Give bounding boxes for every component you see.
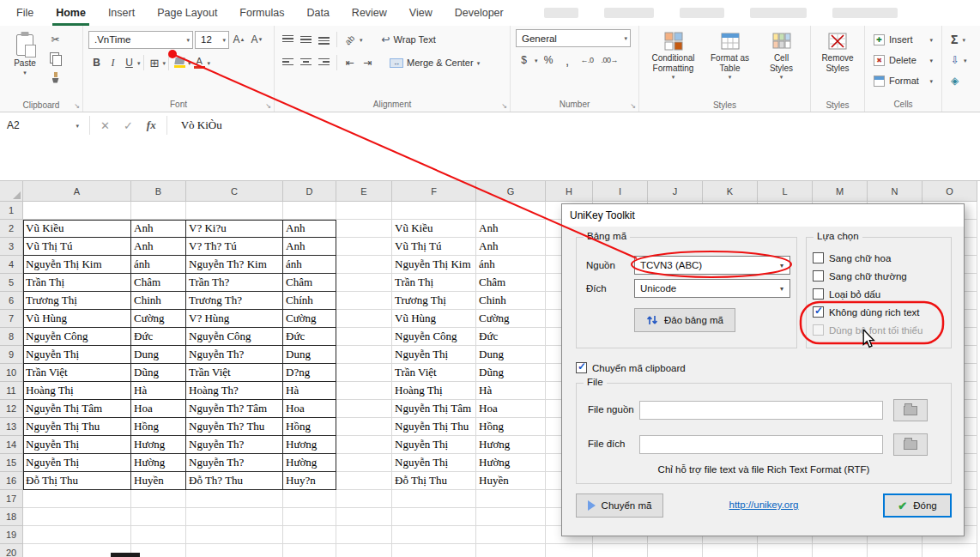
row-header-2[interactable]: 2 xyxy=(0,220,23,238)
underline-caret[interactable] xyxy=(137,60,141,66)
cell-C7[interactable]: V? Hùng xyxy=(186,310,283,328)
cell-E4[interactable] xyxy=(336,256,392,274)
formula-input[interactable]: Vò KiÒu xyxy=(171,118,222,132)
cell-A3[interactable]: Vũ Thị Tú xyxy=(23,238,131,256)
row-header-12[interactable]: 12 xyxy=(0,400,23,418)
row-header-5[interactable]: 5 xyxy=(0,274,23,292)
autosum-caret[interactable] xyxy=(962,37,965,43)
ribbon-tab-review[interactable]: Review xyxy=(341,0,398,26)
row-header-16[interactable]: 16 xyxy=(0,472,23,490)
cell-A11[interactable]: Hoàng Thị xyxy=(23,382,131,400)
cell-F16[interactable]: Đỗ Thị Thu xyxy=(392,472,476,490)
browse-dest-button[interactable] xyxy=(893,433,928,456)
cell-C18[interactable] xyxy=(186,508,283,526)
ribbon-tab-data[interactable]: Data xyxy=(295,0,340,26)
cell-F20[interactable] xyxy=(392,544,476,557)
font-size-combo[interactable]: 12 xyxy=(195,31,229,49)
cell-C15[interactable]: Nguyễn Th? xyxy=(186,454,283,472)
cell-F11[interactable]: Hoàng Thị xyxy=(392,382,476,400)
cell-A10[interactable]: Trần Việt xyxy=(23,364,131,382)
checkbox-box[interactable] xyxy=(813,288,824,300)
cell-D8[interactable]: Đức xyxy=(283,328,336,346)
cell-G18[interactable] xyxy=(476,508,546,526)
conditional-formatting-button[interactable]: Conditional Formatting xyxy=(647,29,700,98)
cell-D17[interactable] xyxy=(283,490,336,508)
cell-F6[interactable]: Trương Thị xyxy=(392,292,476,310)
cell-F13[interactable]: Nguyễn Thị Thu xyxy=(392,418,476,436)
cell-B7[interactable]: Cường xyxy=(131,310,186,328)
row-header-14[interactable]: 14 xyxy=(0,436,23,454)
alignment-dialog-launcher[interactable] xyxy=(501,103,507,110)
cell-B15[interactable]: Hường xyxy=(131,454,186,472)
cell-F4[interactable]: Nguyễn Thị Kim xyxy=(392,256,476,274)
orientation-button[interactable] xyxy=(342,32,358,47)
checkbox-box[interactable] xyxy=(813,270,824,282)
cell-D14[interactable]: Hương xyxy=(283,436,336,454)
cell-E19[interactable] xyxy=(336,526,392,544)
align-left-button[interactable] xyxy=(280,55,296,70)
cell-E7[interactable] xyxy=(336,310,392,328)
cell-B14[interactable]: Hương xyxy=(131,436,186,454)
cell-F7[interactable]: Vũ Hùng xyxy=(392,310,476,328)
cell-C20[interactable] xyxy=(186,544,283,557)
file-dest-input[interactable] xyxy=(639,435,883,454)
align-right-button[interactable] xyxy=(316,55,332,70)
ribbon-tab-formulas[interactable]: Formulas xyxy=(228,0,295,26)
cell-B8[interactable]: Đức xyxy=(131,328,186,346)
row-header-17[interactable]: 17 xyxy=(0,490,23,508)
cell-A4[interactable]: Nguyễn Thị Kim xyxy=(23,256,131,274)
format-cells-caret[interactable] xyxy=(929,78,933,84)
row-header-18[interactable]: 18 xyxy=(0,508,23,526)
cell-E5[interactable] xyxy=(336,274,392,292)
increase-indent-button[interactable] xyxy=(360,55,376,70)
ribbon-tab-page-layout[interactable]: Page Layout xyxy=(146,0,228,26)
cell-F1[interactable] xyxy=(392,202,476,220)
name-box-caret[interactable] xyxy=(76,123,79,129)
cell-F18[interactable] xyxy=(392,508,476,526)
convert-button[interactable]: Chuyển mã xyxy=(576,493,663,518)
cell-D20[interactable] xyxy=(283,544,336,557)
cell-F19[interactable] xyxy=(392,526,476,544)
cell-G16[interactable]: Huyền xyxy=(476,472,546,490)
cell-D2[interactable]: Anh xyxy=(283,220,336,238)
column-header-g[interactable]: G xyxy=(476,181,546,202)
cell-D9[interactable]: Dung xyxy=(283,346,336,364)
cell-B4[interactable]: ánh xyxy=(131,256,186,274)
clipboard-convert-checkbox[interactable]: Chuyển mã clipboard xyxy=(576,362,686,373)
column-header-b[interactable]: B xyxy=(131,181,186,202)
ribbon-tab-developer[interactable]: Developer xyxy=(444,0,515,26)
unikey-website-link[interactable]: http://unikey.org xyxy=(674,499,854,510)
cell-E15[interactable] xyxy=(336,454,392,472)
cell-B2[interactable]: Anh xyxy=(131,220,186,238)
cell-F9[interactable]: Nguyễn Thị xyxy=(392,346,476,364)
cell-G4[interactable]: ánh xyxy=(476,256,546,274)
cell-C11[interactable]: Hoàng Th? xyxy=(186,382,283,400)
cell-C8[interactable]: Nguyễn Công xyxy=(186,328,283,346)
row-header-19[interactable]: 19 xyxy=(0,526,23,544)
column-header-h[interactable]: H xyxy=(546,181,593,202)
cell-C4[interactable]: Nguyễn Th? Kim xyxy=(186,256,283,274)
percent-style-button[interactable]: % xyxy=(541,52,557,68)
cell-A7[interactable]: Vũ Hùng xyxy=(23,310,131,328)
align-middle-button[interactable] xyxy=(298,32,314,47)
column-header-l[interactable]: L xyxy=(758,181,813,202)
cell-E10[interactable] xyxy=(336,364,392,382)
row-header-20[interactable]: 20 xyxy=(0,544,23,557)
clipboard-dialog-launcher[interactable] xyxy=(74,103,80,110)
insert-function-icon[interactable]: fx xyxy=(140,118,163,132)
increase-decimal-button[interactable]: ←.0 xyxy=(578,52,596,68)
font-name-caret[interactable] xyxy=(184,37,190,43)
cell-B1[interactable] xyxy=(131,202,186,220)
cell-C13[interactable]: Nguyễn Th? Thu xyxy=(186,418,283,436)
decrease-indent-button[interactable] xyxy=(342,55,358,70)
select-all-corner[interactable] xyxy=(0,181,23,202)
increase-font-size-button[interactable]: A▲ xyxy=(231,32,247,47)
row-header-15[interactable]: 15 xyxy=(0,454,23,472)
cell-A17[interactable] xyxy=(23,490,131,508)
comma-style-button[interactable]: , xyxy=(560,52,576,68)
cell-G3[interactable]: Anh xyxy=(476,238,546,256)
row-header-13[interactable]: 13 xyxy=(0,418,23,436)
font-name-combo[interactable]: .VnTime xyxy=(88,31,193,49)
cell-C14[interactable]: Nguyễn Th? xyxy=(186,436,283,454)
cell-G9[interactable]: Dung xyxy=(476,346,546,364)
